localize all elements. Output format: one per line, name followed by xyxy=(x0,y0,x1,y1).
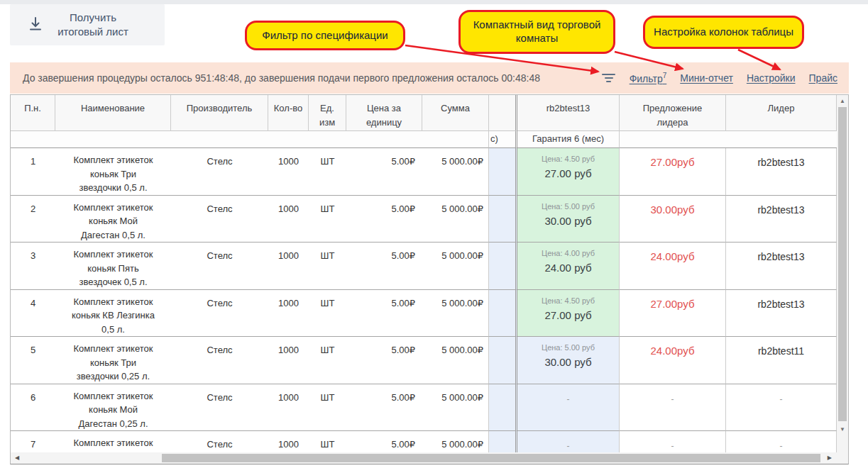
cell-leader: rb2btest13 xyxy=(726,243,837,290)
settings-link[interactable]: Настройки xyxy=(747,72,796,84)
cell-unit-price: 5.00₽ xyxy=(346,243,422,290)
cell-unit-price: 5.00₽ xyxy=(346,384,422,432)
cell-sum: 5 000.00₽ xyxy=(422,431,489,452)
cell-qty: 1000 xyxy=(268,431,309,452)
cell-participant-bid: Цена: 4.00 руб 24.00 руб xyxy=(517,243,620,290)
cell-manufacturer: Стелс xyxy=(171,148,268,196)
col-header-participant: rb2btest13 xyxy=(517,95,620,131)
table-row: 3 Комплект этикеток коньяк Пять звездоче… xyxy=(11,243,837,290)
table-subheader-row: с) Гарантия 6 (мес) xyxy=(11,131,837,148)
cell-sum: 5 000.00₽ xyxy=(422,384,489,432)
cell-leader-offer: 27.00руб xyxy=(620,290,726,338)
bid-start-price: Цена: 5.00 руб xyxy=(518,342,618,352)
cell-name: Комплект этикеток коньяк КВ Лезгинка 0,5… xyxy=(55,290,171,338)
cell-manufacturer: Стелс xyxy=(171,196,268,243)
cell-row-number: 3 xyxy=(11,243,55,290)
bid-current-value: 30.00 руб xyxy=(518,355,618,370)
subheader-blank xyxy=(620,131,837,148)
horizontal-scrollbar[interactable]: ◀ ▶ xyxy=(11,452,837,464)
get-final-sheet-button[interactable]: Получить итоговый лист xyxy=(10,4,165,45)
cell-leader-offer: - xyxy=(620,431,726,452)
col-header-qty: Кол-во xyxy=(268,95,309,131)
cell-unit: ШТ xyxy=(309,337,346,384)
table-row: 4 Комплект этикеток коньяк КВ Лезгинка 0… xyxy=(11,290,837,338)
cell-unit: ШТ xyxy=(309,196,346,243)
cell-participant-bid: Цена: 5.00 руб 30.00 руб xyxy=(517,337,620,384)
col-header-leader: Лидер xyxy=(726,95,837,131)
cell-leader-offer: - xyxy=(620,384,726,432)
cell-participant-bid: Цена: 4.50 руб 27.00 руб xyxy=(517,290,620,338)
col-header-sum: Сумма xyxy=(422,95,489,131)
mini-report-link[interactable]: Мини-отчет xyxy=(680,72,733,84)
cell-leader-offer: 24.00руб xyxy=(620,337,726,384)
mini-report-label: Мини-отчет xyxy=(680,72,733,84)
cell-unit-price: 5.00₽ xyxy=(346,337,422,384)
callout-text: Компактный вид торговой комнаты xyxy=(468,18,606,45)
cell-manufacturer: Стелс xyxy=(171,243,268,290)
col-header-unit: Ед. изм xyxy=(309,95,346,131)
cell-unit: ШТ xyxy=(309,290,346,338)
cell-leader-offer: 24.00руб xyxy=(620,243,726,290)
cell-hidden-column xyxy=(489,337,517,384)
cell-hidden-column xyxy=(489,196,517,243)
scroll-right-icon[interactable]: ▶ xyxy=(828,455,832,461)
subheader-guarantee: Гарантия 6 (мес) xyxy=(517,131,620,148)
cell-name: Комплект этикеток коньяк Мой Дагестан 0,… xyxy=(55,196,171,243)
settings-label: Настройки xyxy=(747,72,796,84)
cell-manufacturer: Стелс xyxy=(171,384,268,432)
spec-table: П.н. Наименование Производитель Кол-во Е… xyxy=(10,94,849,464)
cell-sum: 5 000.00₽ xyxy=(422,290,489,338)
get-final-sheet-label: Получить итоговый лист xyxy=(54,11,132,40)
cell-manufacturer: Стелс xyxy=(171,290,268,338)
table-row: 1 Комплект этикеток коньяк Три звездочки… xyxy=(11,148,837,196)
horizontal-scroll-thumb[interactable] xyxy=(162,454,820,462)
cell-hidden-column xyxy=(489,290,517,338)
cell-leader: - xyxy=(726,431,837,452)
scroll-down-icon[interactable]: ▼ xyxy=(837,426,848,433)
cell-qty: 1000 xyxy=(268,337,309,384)
filter-lines-icon[interactable] xyxy=(602,74,616,82)
cell-row-number: 4 xyxy=(11,290,55,338)
cell-qty: 1000 xyxy=(268,196,309,243)
vertical-scroll-thumb[interactable] xyxy=(838,107,847,421)
cell-name: Комплект этикеток коньяк Мой Дагестан 0,… xyxy=(55,384,171,432)
cell-unit: ШТ xyxy=(309,148,346,196)
cell-leader-offer: 30.00руб xyxy=(620,196,726,243)
scroll-up-icon[interactable]: ▲ xyxy=(837,98,848,104)
cell-manufacturer: Стелс xyxy=(171,337,268,384)
cell-participant-bid: - xyxy=(517,384,620,432)
cell-row-number: 2 xyxy=(11,196,55,243)
filter-count-badge: 7 xyxy=(663,72,667,79)
cell-name: Комплект этикеток коньяк Три звездочки 0… xyxy=(55,148,171,196)
cell-participant-bid: Цена: 5.00 руб 30.00 руб xyxy=(517,196,620,243)
cell-unit-price: 5.00₽ xyxy=(346,431,422,452)
cell-qty: 1000 xyxy=(268,384,309,432)
vertical-scrollbar[interactable]: ▲ ▼ xyxy=(837,95,848,452)
download-icon xyxy=(27,15,44,35)
cell-manufacturer: Стелс xyxy=(171,431,268,452)
bid-current-value: - xyxy=(518,440,618,452)
cell-leader: rb2btest13 xyxy=(726,290,837,338)
scroll-left-icon[interactable]: ◀ xyxy=(15,455,19,461)
filter-link[interactable]: Фильтр7 xyxy=(630,72,667,84)
cell-sum: 5 000.00₽ xyxy=(422,337,489,384)
cell-sum: 5 000.00₽ xyxy=(422,148,489,196)
cell-unit: ШТ xyxy=(309,384,346,432)
callout-text: Фильтр по спецификации xyxy=(262,29,388,43)
col-header-manufacturer: Производитель xyxy=(171,95,268,131)
cell-unit: ШТ xyxy=(309,431,346,452)
cell-unit: ШТ xyxy=(309,243,346,290)
cell-row-number: 1 xyxy=(11,148,55,196)
cell-sum: 5 000.00₽ xyxy=(422,196,489,243)
banner-links: Фильтр7 Мини-отчет Настройки Прайс xyxy=(602,72,837,84)
cell-name: Комплект этикеток коньяк Пять xyxy=(55,431,171,452)
cell-hidden-column xyxy=(489,431,517,452)
cell-qty: 1000 xyxy=(268,243,309,290)
cell-leader: rb2btest11 xyxy=(726,337,837,384)
price-link[interactable]: Прайс xyxy=(809,72,837,84)
table-row: 5 Комплект этикеток коньяк Три звездочки… xyxy=(11,337,837,384)
countdown-banner: До завершения процедуры осталось 951:48:… xyxy=(10,62,849,94)
cell-row-number: 5 xyxy=(11,337,55,384)
bid-start-price: Цена: 5.00 руб xyxy=(518,201,618,211)
cell-unit-price: 5.00₽ xyxy=(346,290,422,338)
